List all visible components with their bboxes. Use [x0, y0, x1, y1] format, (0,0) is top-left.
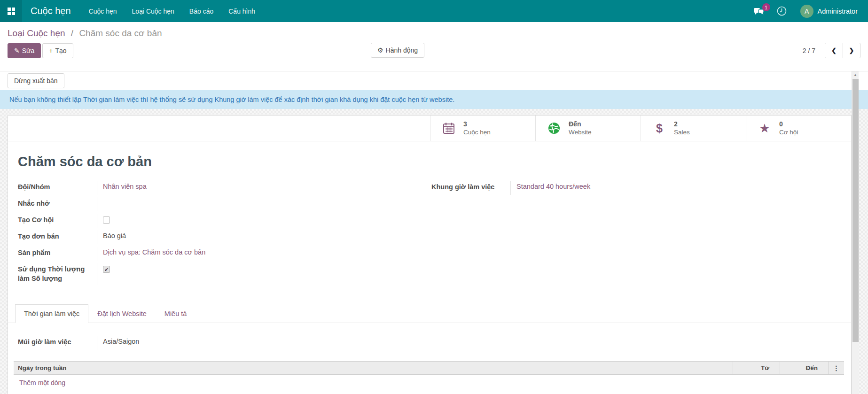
- field-label-product: Sản phẩm: [18, 247, 97, 261]
- stat-website-value: Đến: [569, 120, 592, 128]
- user-menu[interactable]: A Administrator: [800, 5, 858, 18]
- top-navbar: Cuộc hẹn Cuộc hẹn Loại Cuộc hẹn Báo cáo …: [0, 0, 868, 22]
- stat-website-label: Website: [569, 128, 592, 137]
- stat-sales-value: 2: [674, 120, 690, 128]
- working-hours-pane: Múi giờ làm việc Asia/Saigon Ngày trong …: [8, 323, 851, 386]
- pager-buttons: ❮ ❯: [825, 43, 860, 58]
- field-label-working-schedule: Khung giờ làm việc: [431, 181, 510, 195]
- stat-opportunities-label: Cơ hội: [779, 128, 798, 137]
- pager-count: 2 / 7: [803, 47, 815, 54]
- field-label-timezone: Múi giờ làm việc: [18, 336, 97, 350]
- gear-icon: ⚙: [377, 46, 383, 54]
- breadcrumb-separator: /: [71, 28, 73, 38]
- stat-sales-button[interactable]: $ 2 Sales: [641, 116, 746, 141]
- menu-item-appointments[interactable]: Cuộc hẹn: [81, 0, 125, 22]
- messages-icon[interactable]: 1: [747, 0, 771, 22]
- pager-prev-button[interactable]: ❮: [825, 43, 843, 58]
- action-button-label: Hành động: [386, 46, 418, 54]
- menu-item-reports[interactable]: Báo cáo: [182, 0, 221, 22]
- table-header-row: Ngày trong tuần Từ Đến ⋮: [14, 361, 844, 375]
- pencil-icon: ✎: [14, 47, 20, 54]
- calendar-icon: [442, 122, 456, 134]
- field-label-reminder: Nhắc nhở: [18, 197, 97, 211]
- field-row-working-schedule: Khung giờ làm việc Standard 40 hours/wee…: [431, 181, 841, 195]
- form-fields: Đội/Nhóm Nhân viên spa Nhắc nhở Tạo Cơ h…: [8, 170, 851, 287]
- field-value-product[interactable]: Dịch vụ spa: Chăm sóc da cơ bản: [97, 247, 431, 261]
- field-row-reminder: Nhắc nhở: [18, 197, 431, 211]
- form-right-column: Khung giờ làm việc Standard 40 hours/wee…: [431, 181, 841, 287]
- field-row-team: Đội/Nhóm Nhân viên spa: [18, 181, 431, 195]
- stat-sales-label: Sales: [674, 128, 690, 137]
- activity-clock-icon[interactable]: [771, 0, 793, 22]
- breadcrumb-parent-link[interactable]: Loại Cuộc hẹn: [8, 28, 65, 38]
- apps-grid-icon[interactable]: [0, 0, 22, 22]
- control-panel-buttons: ✎Sửa +Tạo ⚙Hành động 2 / 7 ❮ ❯: [0, 42, 868, 58]
- field-value-timezone: Asia/Saigon: [97, 336, 851, 350]
- content-backdrop: 3 Cuộc hẹn Đến Website: [0, 109, 868, 394]
- star-icon: ★: [758, 122, 772, 134]
- user-name: Administrator: [818, 8, 858, 15]
- field-value-team[interactable]: Nhân viên spa: [97, 181, 431, 195]
- stat-appointments-button[interactable]: 3 Cuộc hẹn: [430, 116, 535, 141]
- stat-opportunities-value: 0: [779, 120, 798, 128]
- scrollbar-thumb[interactable]: [852, 79, 859, 342]
- pager: 2 / 7 ❮ ❯: [803, 43, 860, 58]
- field-row-create-opportunity: Tạo Cơ hội: [18, 214, 431, 228]
- optional-columns-toggle[interactable]: ⋮: [828, 362, 844, 374]
- status-button-row: Dừng xuất bản: [0, 71, 868, 90]
- stat-appointments-label: Cuộc hẹn: [463, 128, 491, 137]
- stat-button-row: 3 Cuộc hẹn Đến Website: [8, 116, 851, 141]
- stat-appointments-value: 3: [463, 120, 491, 128]
- create-opportunity-checkbox[interactable]: [103, 216, 110, 224]
- stat-opportunities-button[interactable]: ★ 0 Cơ hội: [746, 116, 851, 141]
- avatar: A: [800, 5, 813, 18]
- add-a-line-link[interactable]: Thêm một dòng: [14, 375, 844, 386]
- field-row-product: Sản phẩm Dịch vụ spa: Chăm sóc da cơ bản: [18, 247, 431, 261]
- action-button[interactable]: ⚙Hành động: [371, 43, 424, 58]
- navbar-right: 1 A Administrator: [747, 0, 868, 22]
- record-title: Chăm sóc da cơ bản: [18, 154, 851, 170]
- chevron-left-icon: ❮: [831, 47, 837, 54]
- clock-glyph: [777, 6, 787, 16]
- info-alert: Nếu bạn không thiết lập Thời gian làm vi…: [0, 90, 868, 109]
- pager-next-button[interactable]: ❯: [843, 43, 860, 58]
- tab-website-booking[interactable]: Đặt lịch Website: [88, 304, 156, 323]
- field-label-create-sale-order: Tạo đơn bán: [18, 230, 97, 244]
- field-value-working-schedule[interactable]: Standard 40 hours/week: [510, 181, 841, 195]
- scrollbar-up-arrow[interactable]: ▲: [852, 71, 859, 78]
- chevron-right-icon: ❯: [849, 47, 854, 54]
- field-value-reminder: [97, 197, 431, 211]
- menu-item-settings[interactable]: Cấu hình: [221, 0, 263, 22]
- kebab-icon: ⋮: [833, 364, 840, 372]
- unpublish-button[interactable]: Dừng xuất bản: [8, 73, 64, 88]
- form-sheet: 3 Cuộc hẹn Đến Website: [8, 115, 852, 394]
- field-label-team: Đội/Nhóm: [18, 181, 97, 195]
- create-button[interactable]: +Tạo: [42, 43, 73, 58]
- create-button-label: Tạo: [55, 47, 66, 54]
- messages-count-badge: 1: [762, 3, 770, 11]
- working-hours-table: Ngày trong tuần Từ Đến ⋮ Thêm một dòng: [14, 361, 844, 386]
- plus-icon: +: [49, 47, 53, 54]
- tab-working-hours[interactable]: Thời gian làm việc: [15, 304, 88, 323]
- stat-website-button[interactable]: Đến Website: [535, 116, 641, 141]
- field-row-timezone: Múi giờ làm việc Asia/Saigon: [18, 336, 851, 350]
- edit-button-label: Sửa: [22, 47, 35, 54]
- tab-description[interactable]: Miêu tả: [156, 304, 196, 323]
- duration-as-quantity-checkbox[interactable]: ✔: [103, 266, 110, 273]
- app-window: Cuộc hẹn Cuộc hẹn Loại Cuộc hẹn Báo cáo …: [0, 0, 868, 394]
- edit-button[interactable]: ✎Sửa: [8, 43, 41, 58]
- globe-icon: [547, 122, 561, 134]
- field-row-create-sale-order: Tạo đơn bán Báo giá: [18, 230, 431, 244]
- vertical-scrollbar[interactable]: ▲: [852, 71, 859, 394]
- field-label-create-opportunity: Tạo Cơ hội: [18, 214, 97, 228]
- column-header-from[interactable]: Từ: [733, 362, 780, 374]
- dollar-icon: $: [652, 122, 666, 135]
- menu-item-appointment-types[interactable]: Loại Cuộc hẹn: [125, 0, 182, 22]
- notebook-tabs: Thời gian làm việc Đặt lịch Website Miêu…: [8, 304, 851, 323]
- field-row-duration-as-quantity: Sử dụng Thời lượng làm Số lượng ✔: [18, 263, 431, 285]
- breadcrumb-current: Chăm sóc da cơ bản: [79, 28, 162, 38]
- app-brand[interactable]: Cuộc hẹn: [22, 6, 81, 16]
- column-header-day[interactable]: Ngày trong tuần: [14, 364, 733, 371]
- column-header-to[interactable]: Đến: [780, 362, 828, 374]
- apps-grid-glyph: [7, 7, 16, 15]
